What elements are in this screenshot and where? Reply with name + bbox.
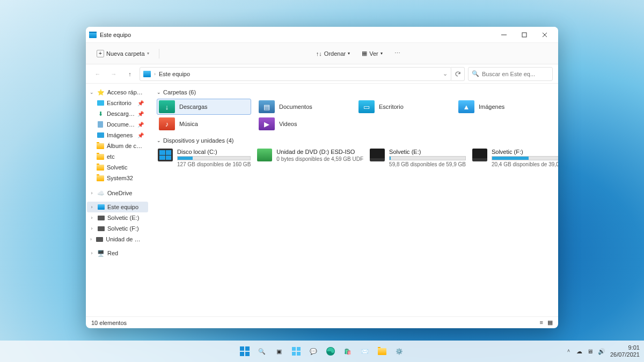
sidebar-onedrive[interactable]: › ☁️ OneDrive [87,188,148,198]
device-name: Unidad de DVD (D:) ESD-ISO [276,149,363,155]
task-view-icon[interactable]: ▣ [272,344,287,359]
chevron-right-icon[interactable]: › [89,237,93,242]
folder-icon [97,142,104,150]
sidebar-item[interactable]: Imágenes📌 [87,130,148,141]
pin-icon: 📌 [137,100,144,106]
search-box[interactable]: 🔍 [468,67,553,81]
system-tray[interactable]: ＾ ☁ 🖥 🔊 9:01 26/07/2021 [566,341,640,362]
chevron-right-icon[interactable]: › [89,226,94,231]
sidebar-label: OneDrive [107,190,132,196]
start-button[interactable] [237,344,252,359]
chevron-right-icon[interactable]: › [89,190,94,196]
sidebar-label: System32 [107,175,133,181]
sidebar-item[interactable]: Escritorio📌 [87,98,148,108]
folder-icon: ▭ [358,100,375,113]
clock-time: 9:01 [610,344,640,351]
tiles-view-button[interactable]: ▦ [547,319,553,326]
settings-icon[interactable]: ⚙️ [392,344,407,359]
chat-icon[interactable]: 💬 [306,344,321,359]
this-pc-icon [89,32,97,38]
sidebar-this-pc[interactable]: › Este equipo [87,202,148,212]
sidebar-item[interactable]: etc [87,151,148,162]
titlebar[interactable]: Este equipo [86,27,558,43]
storage-bar [177,156,251,160]
address-dropdown[interactable]: ⌄ [443,70,448,77]
sidebar-drive[interactable]: ›Unidad de DVD (D:) [87,234,148,245]
taskbar-search-icon[interactable]: 🔍 [254,344,269,359]
sidebar-drive[interactable]: ›Solvetic (F:) [87,223,148,234]
device-card[interactable]: Solvetic (E:)59,8 GB disponibles de 59,9… [369,147,467,169]
up-button[interactable]: ↑ [123,68,136,80]
chevron-right-icon[interactable]: › [89,215,94,220]
search-input[interactable] [482,71,556,77]
svg-rect-4 [245,352,250,356]
minimize-button[interactable] [494,27,514,43]
more-button[interactable]: ⋯ [390,48,405,59]
device-card[interactable]: Solvetic (F:)20,4 GB disponibles de 39,0… [471,147,558,169]
refresh-button[interactable] [451,67,465,81]
sidebar-drive[interactable]: ›Solvetic (E:) [87,212,148,223]
folder-card[interactable]: ▭Escritorio [356,99,451,115]
sidebar-item[interactable]: ⬇Descargas📌 [87,108,148,119]
sidebar-label: Imágenes [107,132,133,138]
sidebar-label: Descargas [107,110,135,117]
drive-icon [97,225,105,232]
device-detail: 127 GB disponibles de 160 GB [177,161,251,167]
new-folder-button[interactable]: + Nueva carpeta ▾ [92,47,153,60]
sidebar-item[interactable]: Documentos📌 [87,119,148,130]
folder-label: Descargas [179,104,208,110]
device-name: Disco local (C:) [177,149,251,155]
address-segment[interactable]: Este equipo [159,71,190,77]
drive-icon [97,214,105,221]
pin-icon: 📌 [137,111,144,117]
image-icon [97,131,104,139]
svg-rect-1 [240,346,244,351]
chevron-down-icon: ▾ [348,51,350,56]
edge-icon[interactable] [323,344,338,359]
close-button[interactable] [535,27,555,43]
svg-rect-5 [292,347,296,351]
maximize-button[interactable] [514,27,535,43]
view-button[interactable]: ▦ Ver ▾ [357,48,387,59]
sidebar-network[interactable]: › 🖥️ Red [87,248,148,258]
volume-tray-icon[interactable]: 🔊 [598,348,605,355]
chevron-right-icon[interactable]: › [89,204,94,210]
sidebar-label: Documentos [107,121,135,128]
back-button[interactable]: ← [91,68,104,80]
explorer-icon[interactable] [375,344,390,359]
svg-rect-7 [292,352,296,356]
folder-card[interactable]: ↓Descargas [157,99,251,115]
device-detail: 59,8 GB disponibles de 59,9 GB [389,161,466,167]
sidebar-item[interactable]: System32 [87,173,148,183]
mail-icon[interactable]: ✉️ [357,344,372,359]
folder-card[interactable]: ♪Música [157,116,251,132]
sort-button[interactable]: ↑↓ Ordenar ▾ [312,48,354,59]
folder-card[interactable]: ▲Imágenes [456,99,551,115]
network-tray-icon[interactable]: 🖥 [587,348,593,354]
store-icon[interactable]: 🛍️ [340,344,355,359]
device-card[interactable]: Unidad de DVD (D:) ESD-ISO0 bytes dispon… [256,147,364,169]
forward-button[interactable]: → [107,68,120,80]
pin-icon: 📌 [137,132,144,138]
widgets-icon[interactable] [289,344,304,359]
section-devices[interactable]: ⌄ Dispositivos y unidades (4) [157,137,551,144]
chevron-right-icon: › [154,71,156,77]
section-folders[interactable]: ⌄ Carpetas (6) [157,89,551,95]
taskbar[interactable]: 🔍 ▣ 💬 🛍️ ✉️ ⚙️ [0,341,644,362]
folder-card[interactable]: ▶Videos [257,116,351,132]
sidebar-label: Solvetic (E:) [107,215,139,221]
sidebar-item[interactable]: Solvetic [87,162,148,173]
onedrive-tray-icon[interactable]: ☁ [576,348,582,355]
chevron-right-icon[interactable]: › [89,250,94,256]
sidebar-quick-access[interactable]: ⌄ ⭐ Acceso rápido [87,87,148,98]
folder-icon: ▤ [259,100,275,113]
details-view-button[interactable]: ≡ [540,319,543,326]
device-card[interactable]: Disco local (C:)127 GB disponibles de 16… [157,147,252,169]
chevron-down-icon[interactable]: ⌄ [89,90,94,95]
folder-card[interactable]: ▤Documentos [257,99,351,115]
tray-chevron-icon[interactable]: ＾ [566,348,572,356]
sidebar-item[interactable]: Álbum de cámara [87,141,148,151]
clock-date: 26/07/2021 [610,351,640,358]
address-bar[interactable]: › Este equipo ⌄ [140,67,451,81]
clock[interactable]: 9:01 26/07/2021 [610,344,640,358]
